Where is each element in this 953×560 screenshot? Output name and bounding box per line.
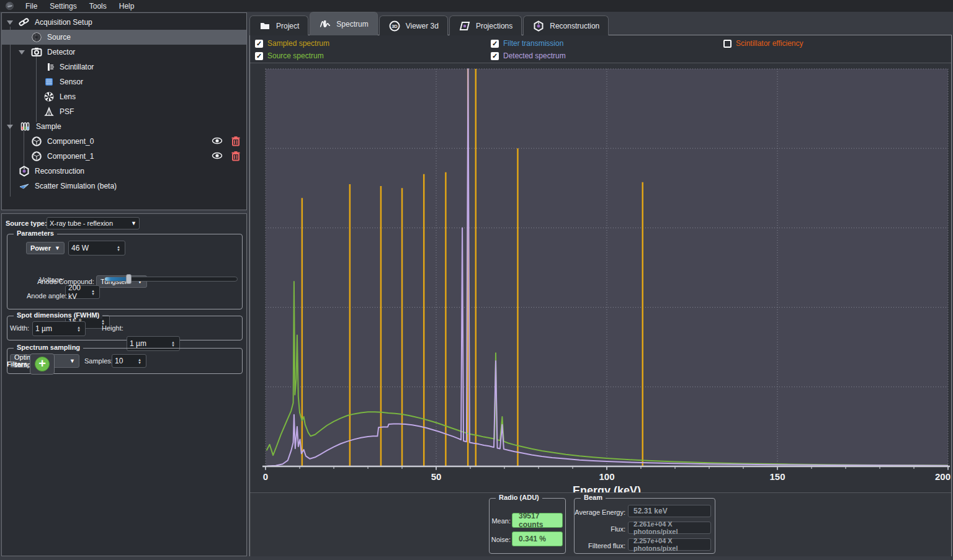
tab-label: Spectrum [336,20,368,29]
delete-component-trash-icon[interactable] [230,150,241,163]
chart-svg: 050100150200Energy (keV) [250,63,951,527]
scatter-icon [19,180,30,192]
delete-component-trash-icon[interactable] [230,135,241,148]
chevron-down-icon: ▼ [131,220,136,226]
spinner-arrows-icon[interactable]: ▴▾ [136,358,143,364]
sample-icon [20,121,31,132]
svg-text:50: 50 [431,471,442,482]
voltage-value: 200 kV [68,283,89,301]
tree-item-label: Sensor [60,78,83,86]
spinner-arrows-icon[interactable]: ▴▾ [89,289,97,295]
expander-icon[interactable] [7,125,13,129]
sensor-icon [43,76,55,87]
menu-item-help[interactable]: Help [114,1,140,12]
tree-item-component-0[interactable]: Component_0 [2,134,246,149]
tab-label: Reconstruction [550,22,599,30]
checkbox-checked[interactable]: ✓ [491,52,499,60]
tree-item-label: Scatter Simulation (beta) [35,182,117,190]
tree-item-scatter-simulation-beta-[interactable]: Scatter Simulation (beta) [2,179,246,193]
voltage-slider[interactable] [104,277,238,282]
visibility-toggle-eye-icon[interactable] [212,135,223,148]
checkbox-checked[interactable]: ✓ [491,40,499,48]
lens-icon [43,91,55,102]
spot-width-value: 1 µm [35,324,75,333]
svg-text:3D: 3D [391,24,398,29]
checkbox-checked[interactable]: ✓ [255,52,263,60]
add-filter-button[interactable]: + [30,353,55,375]
noise-value-field: 0.341 % [512,531,563,546]
voltage-spinbox[interactable]: 200 kV ▴▾ [65,285,100,299]
radio-adu-title: Radio (ADU) [496,494,542,501]
checkbox-unchecked[interactable] [723,40,732,48]
svg-text:0: 0 [263,471,268,482]
tree-item-label: Component_1 [47,152,94,161]
spinner-arrows-icon[interactable]: ▴▾ [169,340,177,347]
mean-label: Mean: [491,517,511,525]
spinner-arrows-icon[interactable]: ▴▾ [75,326,83,332]
menu-item-tools[interactable]: Tools [84,1,112,12]
source-type-label: Source type: [6,220,47,227]
tree-item-label: Detector [47,48,75,56]
tab-reconstruction[interactable]: Reconstruction [523,16,609,35]
tab-label: Project [276,22,299,30]
tree-item-reconstruction[interactable]: Reconstruction [2,164,246,179]
radio-adu-group: Radio (ADU) Mean: 39517 counts Noise: 0.… [489,498,566,554]
flux-field: 2.261e+04 X photons/pixel [628,522,711,534]
voltage-slider-handle[interactable] [126,274,132,284]
beam-title: Beam [581,494,606,501]
mean-value-field: 39517 counts [512,513,563,528]
tree-item-sensor[interactable]: Sensor [2,74,246,89]
projections-icon [459,20,470,32]
visibility-toggle-eye-icon[interactable] [212,150,223,163]
power-selector-dropdown[interactable]: Power ▼ [26,242,65,254]
spinner-arrows-icon[interactable]: ▴▾ [115,245,122,251]
tree-item-label: Reconstruction [35,167,84,176]
anode-angle-label: Anode angle: [27,292,67,300]
average-energy-label: Average Energy: [575,509,625,516]
link-icon [19,17,30,28]
checkbox-checked[interactable]: ✓ [255,40,263,48]
samples-label: Samples: [84,357,113,365]
chevron-down-icon: ▼ [55,245,60,251]
spot-height-value: 1 µm [130,339,169,348]
tree-item-detector[interactable]: Detector [2,45,246,60]
legend-label: Scintillator efficiency [736,39,803,48]
tree-item-sample[interactable]: Sample [2,119,246,134]
tab-label: Projections [476,22,512,30]
tree-item-acquisition-setup[interactable]: Acquisition Setup [2,15,246,30]
tab-spectrum[interactable]: Spectrum [310,12,377,35]
source-type-dropdown[interactable]: X-ray tube - reflexion ▼ [47,217,140,229]
tree-item-label: Acquisition Setup [35,18,92,27]
svg-text:150: 150 [769,471,785,482]
expander-icon[interactable] [19,50,25,55]
spot-width-label: Width: [10,324,29,332]
source-type-value: X-ray tube - reflexion [50,220,127,227]
samples-value: 10 [115,357,136,365]
menu-item-file[interactable]: File [20,1,43,12]
spot-height-label: Height: [102,324,123,332]
spot-width-spinbox[interactable]: 1 µm ▴▾ [32,321,86,336]
tree-item-psf[interactable]: PSF [2,104,246,119]
svg-text:100: 100 [599,471,614,482]
tab-projections[interactable]: Projections [449,16,522,35]
expander-icon[interactable] [7,20,13,25]
radiation-icon [31,32,42,43]
legend-item-detected-spectrum: ✓Detected spectrum [491,51,566,61]
noise-label: Noise: [491,536,511,543]
menu-item-settings[interactable]: Settings [44,1,82,12]
eye-icon [212,150,223,161]
trash-icon [230,150,241,161]
legend-label: Sampled spectrum [267,39,329,48]
samples-spinbox[interactable]: 10 ▴▾ [112,354,146,368]
tab-viewer-3d[interactable]: 3DViewer 3d [379,16,448,35]
tree-item-source[interactable]: Source [2,30,246,45]
beam-group: Beam Average Energy: 52.31 keV Flux: 2.2… [574,498,715,554]
tab-project[interactable]: Project [249,16,308,35]
tree-item-label: Lens [60,92,76,101]
power-spinbox[interactable]: 46 W ▴▾ [68,241,125,256]
tree-item-scintillator[interactable]: Scintillator [2,60,246,74]
tree-item-lens[interactable]: Lens [2,89,246,104]
tree-item-component-1[interactable]: Component_1 [2,149,246,164]
folder-icon [259,20,271,32]
tab-label: Viewer 3d [406,22,439,30]
